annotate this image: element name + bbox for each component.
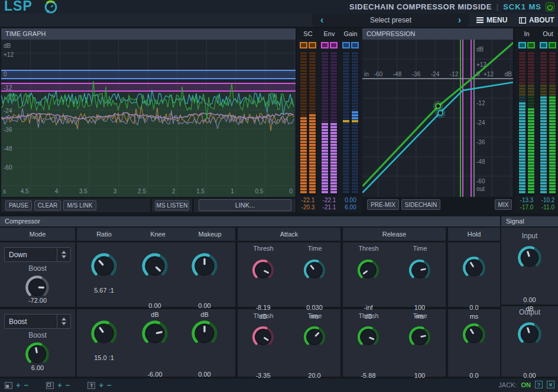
sc-meter-value-right: -20.3 (297, 204, 319, 211)
lsp-gear-icon (43, 0, 59, 14)
text-scale-icon[interactable]: T (87, 382, 95, 389)
ratio-knob-row1[interactable] (90, 252, 118, 283)
out-meter-value-left: -10.2 (537, 197, 558, 204)
svg-text:-36: -36 (412, 71, 421, 77)
env-meter-value-right: -21.1 (319, 204, 340, 211)
jack-status: ON (521, 381, 531, 388)
about-button[interactable]: ABOUT (519, 14, 554, 27)
sc-left-button[interactable] (300, 42, 307, 48)
hold-column-header: Hold (448, 228, 500, 241)
input-gain-knob[interactable] (517, 245, 543, 273)
output-gain-knob[interactable] (517, 321, 543, 349)
svg-text:-24: -24 (476, 119, 485, 126)
power-button[interactable] (546, 2, 554, 11)
time-graph-header: TIME GRAPH (1, 28, 296, 40)
svg-text:0: 0 (4, 71, 7, 77)
fit-window-icon[interactable] (46, 382, 54, 389)
ms-listen-button[interactable]: MS LISTEN (155, 200, 189, 210)
rkm-column-header: Ratio Knee Makeup (77, 228, 235, 241)
font-zoom-in-button[interactable]: + (99, 381, 103, 390)
signal-section-header: Signal (501, 216, 558, 226)
release-thresh-knob-row1[interactable] (356, 258, 380, 284)
in-side-button[interactable] (527, 42, 535, 48)
attack-thresh-label-row2: Thresh (238, 312, 289, 319)
menu-button[interactable]: MENU (476, 14, 507, 27)
release-time-knob-row2[interactable] (408, 325, 432, 351)
env-left-button[interactable] (321, 42, 329, 48)
makeup-knob-row1[interactable] (190, 252, 219, 283)
boost-label-row1: Boost (0, 264, 75, 273)
time-graph[interactable]: dB+120-12-24-36-48-60s4.543.532.521.510.… (1, 40, 296, 197)
in-mid-button[interactable] (518, 42, 526, 48)
svg-text:2.5: 2.5 (138, 188, 146, 195)
release-thresh-label-row1: Thresh (343, 245, 394, 252)
mix-button[interactable]: MIX (495, 199, 512, 210)
hold-knob-row1[interactable] (462, 255, 486, 283)
release-thresh-knob-row2[interactable] (356, 325, 380, 351)
pre-mix-button[interactable]: PRE-MIX (367, 199, 399, 210)
hold-knob-row2[interactable] (462, 322, 486, 349)
svg-text:0: 0 (289, 188, 293, 195)
svg-text:1: 1 (231, 188, 234, 195)
out-mid-button[interactable] (540, 42, 547, 48)
ratio-knob-row2[interactable] (90, 319, 118, 350)
help-button[interactable]: ? (535, 381, 543, 388)
amp-zoom-out-button[interactable]: − (24, 381, 29, 390)
sc-left-meter (300, 51, 307, 195)
plugin-window: LSP SIDECHAIN COMPRESSOR MIDSIDE | SCK1 … (0, 0, 558, 392)
boost-value-row2: 6.00 (0, 364, 75, 372)
attack-column-header: Attack (238, 228, 340, 241)
release-time-knob-row1[interactable] (408, 258, 432, 284)
env-right-button[interactable] (330, 42, 338, 48)
sidechain-button[interactable]: SIDECHAIN (401, 199, 440, 210)
mode-select-spinner-row1[interactable] (57, 248, 70, 261)
release-column-header: Release (343, 228, 446, 241)
gain-right-button[interactable] (351, 42, 359, 48)
knee-knob-row1[interactable] (141, 252, 169, 283)
attack-time-knob-row1[interactable] (303, 258, 326, 284)
plugin-title: SIDECHAIN COMPRESSOR MIDSIDE (349, 2, 492, 11)
svg-text:dB: dB (4, 43, 11, 49)
mode-select-row1[interactable]: Down (4, 247, 71, 262)
ms-link-button[interactable]: M/S LINK (63, 200, 96, 210)
ratio-value-row1: 5.67 :1 (78, 286, 130, 295)
menu-icon (476, 17, 484, 23)
svg-text:+12: +12 (4, 51, 14, 58)
svg-text:0: 0 (476, 71, 480, 77)
svg-text:-60: -60 (374, 71, 383, 77)
compression-graph[interactable]: in-60-48-36-24-120+12dBdB+12-12-24-36-48… (362, 40, 513, 197)
link-button[interactable]: LINK... (199, 199, 291, 211)
svg-text:-36: -36 (4, 127, 12, 133)
svg-text:dB: dB (505, 71, 512, 77)
clear-button[interactable]: CLEAR (34, 200, 61, 210)
pause-button[interactable]: PAUSE (5, 200, 32, 210)
preset-next-button[interactable]: › (458, 14, 461, 27)
makeup-knob-row2[interactable] (190, 319, 219, 350)
knee-knob-row2[interactable] (141, 319, 169, 350)
preset-label[interactable]: Select preset (312, 14, 469, 27)
time-graph-plot: dB+120-12-24-36-48-60s4.543.532.521.510.… (1, 40, 296, 197)
out-side-button[interactable] (549, 42, 556, 48)
close-notification-button[interactable]: ✕ (547, 381, 554, 388)
amp-zoom-in-button[interactable]: + (16, 381, 21, 390)
attack-thresh-knob-row1[interactable] (251, 258, 275, 284)
out-meter-value-right: -11.0 (537, 204, 558, 211)
release-time-label-row2: Time (394, 312, 446, 319)
boost-label-row2: Boost (0, 331, 75, 339)
fit-graph-icon[interactable] (5, 382, 12, 389)
time-zoom-in-button[interactable]: + (57, 381, 62, 390)
gain-left-button[interactable] (342, 42, 350, 48)
out-left-meter (540, 51, 547, 195)
font-zoom-out-button[interactable]: − (107, 381, 112, 390)
svg-text:2: 2 (172, 188, 176, 195)
time-zoom-out-button[interactable]: − (66, 381, 70, 390)
in-meter-value-left: -13.3 (516, 197, 537, 204)
in-meter-value-right: -17.0 (516, 204, 537, 211)
mode-select-row2[interactable]: Boost (4, 314, 71, 329)
attack-time-knob-row2[interactable] (303, 325, 326, 351)
compressor-section-header: Compressor (0, 216, 500, 226)
menubar: ‹ Select preset › MENU ABOUT (0, 14, 558, 27)
mode-select-spinner-row2[interactable] (57, 315, 70, 328)
attack-thresh-knob-row2[interactable] (251, 325, 275, 351)
sc-right-button[interactable] (309, 42, 316, 48)
